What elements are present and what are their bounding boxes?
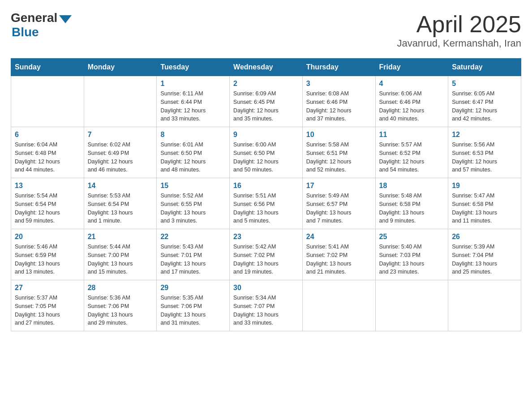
- calendar-cell: 8Sunrise: 6:01 AM Sunset: 6:50 PM Daylig…: [157, 127, 230, 178]
- calendar-cell: 3Sunrise: 6:08 AM Sunset: 6:46 PM Daylig…: [302, 76, 375, 127]
- weekday-header-sunday: Sunday: [11, 59, 84, 76]
- logo-blue-text: Blue: [12, 25, 39, 39]
- day-info: Sunrise: 6:04 AM Sunset: 6:48 PM Dayligh…: [15, 141, 80, 174]
- day-number: 1: [160, 80, 226, 88]
- logo-arrow-icon: [59, 15, 72, 23]
- calendar-cell: [11, 76, 84, 127]
- day-info: Sunrise: 5:53 AM Sunset: 6:54 PM Dayligh…: [88, 192, 153, 225]
- weekday-header-thursday: Thursday: [302, 59, 375, 76]
- day-info: Sunrise: 5:40 AM Sunset: 7:03 PM Dayligh…: [379, 243, 445, 276]
- day-number: 22: [160, 233, 226, 241]
- day-info: Sunrise: 6:02 AM Sunset: 6:49 PM Dayligh…: [88, 141, 153, 174]
- logo-general-text: General: [11, 11, 57, 25]
- day-info: Sunrise: 5:46 AM Sunset: 6:59 PM Dayligh…: [15, 243, 80, 276]
- weekday-header-monday: Monday: [84, 59, 157, 76]
- day-info: Sunrise: 5:58 AM Sunset: 6:51 PM Dayligh…: [306, 141, 372, 174]
- calendar-cell: 22Sunrise: 5:43 AM Sunset: 7:01 PM Dayli…: [157, 229, 230, 280]
- calendar-cell: [448, 280, 521, 331]
- calendar-cell: 29Sunrise: 5:35 AM Sunset: 7:06 PM Dayli…: [157, 280, 230, 331]
- day-number: 17: [306, 182, 372, 190]
- calendar-cell: [375, 280, 448, 331]
- calendar-cell: 6Sunrise: 6:04 AM Sunset: 6:48 PM Daylig…: [11, 127, 84, 178]
- logo: General Blue: [11, 11, 72, 39]
- calendar-cell: 14Sunrise: 5:53 AM Sunset: 6:54 PM Dayli…: [84, 178, 157, 229]
- calendar-table: SundayMondayTuesdayWednesdayThursdayFrid…: [11, 58, 521, 331]
- day-number: 30: [233, 284, 299, 292]
- day-number: 7: [88, 131, 153, 139]
- weekday-header-friday: Friday: [375, 59, 448, 76]
- calendar-cell: 23Sunrise: 5:42 AM Sunset: 7:02 PM Dayli…: [230, 229, 303, 280]
- calendar-cell: 2Sunrise: 6:09 AM Sunset: 6:45 PM Daylig…: [230, 76, 303, 127]
- day-number: 19: [452, 182, 517, 190]
- calendar-cell: 5Sunrise: 6:05 AM Sunset: 6:47 PM Daylig…: [448, 76, 521, 127]
- calendar-cell: 12Sunrise: 5:56 AM Sunset: 6:53 PM Dayli…: [448, 127, 521, 178]
- day-number: 21: [88, 233, 153, 241]
- day-info: Sunrise: 5:44 AM Sunset: 7:00 PM Dayligh…: [88, 243, 153, 276]
- day-info: Sunrise: 6:05 AM Sunset: 6:47 PM Dayligh…: [452, 90, 517, 123]
- day-number: 12: [452, 131, 517, 139]
- calendar-cell: 9Sunrise: 6:00 AM Sunset: 6:50 PM Daylig…: [230, 127, 303, 178]
- day-number: 2: [233, 80, 299, 88]
- location-text: Javanrud, Kermanshah, Iran: [397, 38, 521, 49]
- day-info: Sunrise: 6:01 AM Sunset: 6:50 PM Dayligh…: [160, 141, 226, 174]
- month-title: April 2025: [397, 11, 521, 38]
- day-info: Sunrise: 5:51 AM Sunset: 6:56 PM Dayligh…: [233, 192, 299, 225]
- day-number: 11: [379, 131, 445, 139]
- day-info: Sunrise: 6:00 AM Sunset: 6:50 PM Dayligh…: [233, 141, 299, 174]
- day-number: 18: [379, 182, 445, 190]
- day-number: 5: [452, 80, 517, 88]
- page-header: General Blue April 2025 Javanrud, Kerman…: [11, 11, 521, 49]
- calendar-cell: 20Sunrise: 5:46 AM Sunset: 6:59 PM Dayli…: [11, 229, 84, 280]
- calendar-cell: 19Sunrise: 5:47 AM Sunset: 6:58 PM Dayli…: [448, 178, 521, 229]
- day-info: Sunrise: 5:48 AM Sunset: 6:58 PM Dayligh…: [379, 192, 445, 225]
- day-number: 8: [160, 131, 226, 139]
- day-number: 14: [88, 182, 153, 190]
- day-info: Sunrise: 5:57 AM Sunset: 6:52 PM Dayligh…: [379, 141, 445, 174]
- calendar-cell: 10Sunrise: 5:58 AM Sunset: 6:51 PM Dayli…: [302, 127, 375, 178]
- calendar-cell: 1Sunrise: 6:11 AM Sunset: 6:44 PM Daylig…: [157, 76, 230, 127]
- day-info: Sunrise: 5:47 AM Sunset: 6:58 PM Dayligh…: [452, 192, 517, 225]
- day-info: Sunrise: 5:35 AM Sunset: 7:06 PM Dayligh…: [160, 294, 226, 327]
- day-number: 15: [160, 182, 226, 190]
- day-info: Sunrise: 5:56 AM Sunset: 6:53 PM Dayligh…: [452, 141, 517, 174]
- day-number: 6: [15, 131, 80, 139]
- calendar-week-row: 27Sunrise: 5:37 AM Sunset: 7:05 PM Dayli…: [11, 280, 521, 331]
- calendar-cell: 30Sunrise: 5:34 AM Sunset: 7:07 PM Dayli…: [230, 280, 303, 331]
- calendar-cell: 18Sunrise: 5:48 AM Sunset: 6:58 PM Dayli…: [375, 178, 448, 229]
- calendar-cell: 21Sunrise: 5:44 AM Sunset: 7:00 PM Dayli…: [84, 229, 157, 280]
- day-info: Sunrise: 5:54 AM Sunset: 6:54 PM Dayligh…: [15, 192, 80, 225]
- day-info: Sunrise: 5:39 AM Sunset: 7:04 PM Dayligh…: [452, 243, 517, 276]
- calendar-week-row: 6Sunrise: 6:04 AM Sunset: 6:48 PM Daylig…: [11, 127, 521, 178]
- day-info: Sunrise: 6:09 AM Sunset: 6:45 PM Dayligh…: [233, 90, 299, 123]
- day-number: 16: [233, 182, 299, 190]
- day-number: 9: [233, 131, 299, 139]
- day-number: 3: [306, 80, 372, 88]
- day-number: 25: [379, 233, 445, 241]
- day-info: Sunrise: 5:41 AM Sunset: 7:02 PM Dayligh…: [306, 243, 372, 276]
- day-number: 26: [452, 233, 517, 241]
- calendar-cell: 25Sunrise: 5:40 AM Sunset: 7:03 PM Dayli…: [375, 229, 448, 280]
- day-info: Sunrise: 5:36 AM Sunset: 7:06 PM Dayligh…: [88, 294, 153, 327]
- day-number: 27: [15, 284, 80, 292]
- calendar-cell: 4Sunrise: 6:06 AM Sunset: 6:46 PM Daylig…: [375, 76, 448, 127]
- day-number: 20: [15, 233, 80, 241]
- day-number: 29: [160, 284, 226, 292]
- day-info: Sunrise: 6:11 AM Sunset: 6:44 PM Dayligh…: [160, 90, 226, 123]
- day-info: Sunrise: 5:37 AM Sunset: 7:05 PM Dayligh…: [15, 294, 80, 327]
- calendar-cell: 24Sunrise: 5:41 AM Sunset: 7:02 PM Dayli…: [302, 229, 375, 280]
- calendar-cell: 28Sunrise: 5:36 AM Sunset: 7:06 PM Dayli…: [84, 280, 157, 331]
- title-block: April 2025 Javanrud, Kermanshah, Iran: [397, 11, 521, 49]
- day-info: Sunrise: 5:34 AM Sunset: 7:07 PM Dayligh…: [233, 294, 299, 327]
- calendar-cell: 11Sunrise: 5:57 AM Sunset: 6:52 PM Dayli…: [375, 127, 448, 178]
- weekday-header-wednesday: Wednesday: [230, 59, 303, 76]
- calendar-week-row: 13Sunrise: 5:54 AM Sunset: 6:54 PM Dayli…: [11, 178, 521, 229]
- day-info: Sunrise: 5:49 AM Sunset: 6:57 PM Dayligh…: [306, 192, 372, 225]
- calendar-cell: [302, 280, 375, 331]
- calendar-week-row: 1Sunrise: 6:11 AM Sunset: 6:44 PM Daylig…: [11, 76, 521, 127]
- day-number: 10: [306, 131, 372, 139]
- calendar-week-row: 20Sunrise: 5:46 AM Sunset: 6:59 PM Dayli…: [11, 229, 521, 280]
- day-number: 4: [379, 80, 445, 88]
- calendar-cell: 13Sunrise: 5:54 AM Sunset: 6:54 PM Dayli…: [11, 178, 84, 229]
- calendar-cell: 7Sunrise: 6:02 AM Sunset: 6:49 PM Daylig…: [84, 127, 157, 178]
- weekday-header-saturday: Saturday: [448, 59, 521, 76]
